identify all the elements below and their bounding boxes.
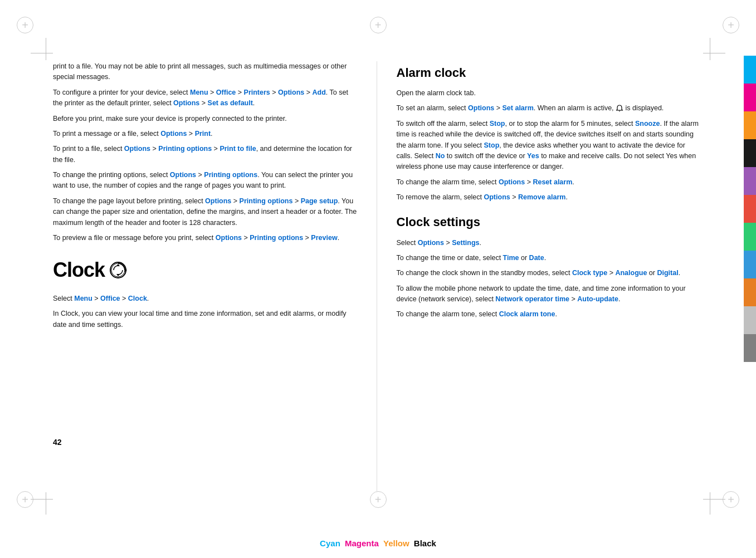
link-date: Date (529, 254, 544, 262)
para-configure-printer: To configure a printer for your device, … (53, 87, 357, 109)
color-bar-green (744, 223, 756, 251)
para-print-to-file: print to a file. You may not be able to … (53, 61, 357, 83)
clock-icon (109, 261, 127, 279)
alarm-para4: To change the alarm time, select Options… (397, 177, 701, 188)
link-analogue: Analogue (615, 269, 647, 277)
link-options3: Options (160, 130, 187, 138)
link-digital: Digital (657, 269, 678, 277)
link-options-alarm: Options (499, 178, 525, 186)
link-printing-options3: Printing options (240, 197, 293, 205)
para-before-print: Before you print, make sure your device … (53, 114, 357, 124)
link-reset-alarm: Reset alarm (533, 178, 572, 186)
svg-marker-4 (116, 274, 120, 276)
column-divider (377, 61, 377, 491)
link-printing-options2: Printing options (204, 171, 257, 179)
link-printing-options4: Printing options (250, 234, 303, 242)
link-preview: Preview (311, 234, 337, 242)
link-add: Add (313, 89, 326, 96)
clock-desc-para: In Clock, you can view your local time a… (53, 309, 357, 330)
clock-select-para: Select Menu > Office > Clock. (53, 293, 357, 304)
link-menu: Menu (190, 89, 208, 96)
link-options2: Options (173, 99, 199, 107)
color-bar-purple (744, 167, 756, 195)
crop-mark (703, 53, 725, 53)
svg-marker-3 (116, 264, 120, 266)
clock-settings-heading: Clock settings (397, 213, 701, 232)
link-stop2: Stop (484, 141, 500, 149)
para-page-layout: To change the page layout before printin… (53, 196, 357, 228)
alarm-bell-icon (616, 105, 623, 112)
link-print: Print (195, 130, 211, 138)
clock-settings-para1: Select Options > Settings. (397, 238, 701, 248)
right-column: Alarm clock Open the alarm clock tab. To… (397, 61, 701, 491)
clock-heading-word: Clock (53, 254, 105, 286)
clock-settings-para5: To change the alarm tone, select Clock a… (397, 309, 701, 320)
link-set-default: Set as default (208, 99, 253, 107)
left-column: print to a file. You may not be able to … (53, 61, 357, 491)
alarm-para2: To set an alarm, select Options > Set al… (397, 103, 701, 114)
link-alarm-options: Options (468, 104, 494, 112)
cmyk-yellow-label: Yellow (383, 539, 409, 548)
reg-mark-bottom-center (370, 491, 387, 508)
link-network-operator: Network operator time (495, 295, 569, 303)
para-print-message: To print a message or a file, select Opt… (53, 129, 357, 139)
alarm-para3: To switch off the alarm, select Stop, or… (397, 119, 701, 173)
color-bar-black (744, 139, 756, 167)
alarm-clock-heading: Alarm clock (397, 63, 701, 82)
crop-mark (703, 499, 725, 500)
link-options6: Options (205, 197, 231, 205)
color-bar-orange (744, 278, 756, 306)
crop-mark (31, 53, 53, 53)
link-stop: Stop (490, 120, 505, 128)
cmyk-footer: Cyan Magenta Yellow Black (320, 539, 436, 548)
link-printers: Printers (244, 89, 270, 96)
link-yes: Yes (527, 152, 539, 160)
color-bar-magenta (744, 84, 756, 111)
link-office: Office (216, 89, 236, 96)
link-snooze: Snooze (635, 120, 660, 128)
alarm-para1: Open the alarm clock tab. (397, 88, 701, 99)
link-options4: Options (124, 145, 150, 153)
color-bar-cyan (744, 56, 756, 84)
alarm-para5: To remove the alarm, select Options > Re… (397, 192, 701, 203)
link-office2: Office (100, 295, 120, 302)
crop-mark (710, 492, 710, 515)
link-clock-type: Clock type (572, 269, 607, 277)
cmyk-magenta-label: Magenta (345, 539, 379, 548)
link-options5: Options (170, 171, 196, 179)
content-area: print to a file. You may not be able to … (53, 61, 700, 491)
clock-settings-para2: To change the time or date, select Time … (397, 253, 701, 263)
link-printing-options: Printing options (158, 145, 212, 153)
link-page-setup: Page setup (301, 197, 338, 205)
link-print-to-file: Print to file (220, 145, 256, 153)
link-clock: Clock (128, 295, 147, 302)
color-bar-silver (744, 306, 756, 334)
link-settings: Settings (452, 239, 479, 247)
link-options: Options (278, 89, 304, 96)
crop-mark (31, 499, 53, 500)
clock-settings-para4: To allow the mobile phone network to upd… (397, 283, 701, 305)
crop-mark (710, 38, 710, 60)
para-print-to-file2: To print to a file, select Options > Pri… (53, 144, 357, 165)
cmyk-black-label: Black (414, 539, 436, 548)
color-bar-yellow (744, 111, 756, 139)
clock-settings-para3: To change the clock shown in the standby… (397, 268, 701, 278)
color-bar-gray (744, 334, 756, 362)
color-bar-blue (744, 251, 756, 278)
para-preview: To preview a file or message before you … (53, 233, 357, 243)
link-auto-update: Auto-update (577, 295, 618, 303)
para-change-printing: To change the printing options, select O… (53, 170, 357, 192)
link-menu2: Menu (74, 295, 92, 302)
crop-mark (46, 492, 46, 515)
link-no: No (436, 152, 445, 160)
cmyk-cyan-label: Cyan (320, 539, 340, 548)
color-bars (744, 56, 756, 362)
clock-title-block: Clock (53, 254, 357, 286)
link-set-alarm: Set alarm (503, 104, 534, 112)
reg-mark-top-center (370, 17, 387, 33)
link-time: Time (503, 254, 519, 262)
crop-mark (46, 38, 46, 60)
link-clock-options: Options (418, 239, 444, 247)
link-options7: Options (216, 234, 242, 242)
clock-section: Clock (53, 254, 357, 286)
